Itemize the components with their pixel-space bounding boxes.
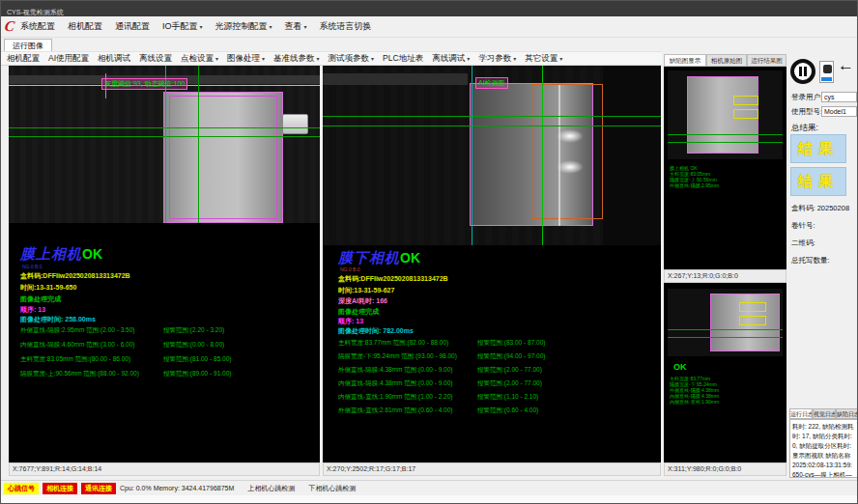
chevron-down-icon: ▾ [559,56,562,62]
preview-line: 外侧直线-隔膜:2.95mm [670,182,719,188]
tool-learn-params[interactable]: 学习参数▾ [478,53,516,65]
green-line-h2 [9,136,320,137]
measure-alarm: 报警范围:(2.00 - 77.00) [477,379,542,388]
middle-sequence: 顺序: 13 [338,317,363,326]
middle-process-done: 图像处理完成 [338,307,379,317]
tool-other-settings[interactable]: 其它设置▾ [525,53,562,65]
tool-offline-debug[interactable]: 离线调试▾ [432,53,470,65]
middle-coord-bar: X:270;Y:2502;R:17;G:17;B:17 [323,462,661,476]
menu-io-config[interactable]: IO手配置▾ [162,20,203,33]
green-line-v [542,66,543,245]
threshold-overlay-label: 灰度阈值:93, 动态阈值:100 [101,78,187,90]
yellow-annotation-box [733,109,758,119]
tool-offline-setting[interactable]: 离线设置 [139,53,172,65]
middle-camera-result: 膜下相机OK [338,249,420,267]
tool-test-params[interactable]: 测试项参数▾ [329,53,375,65]
yellow-annotation-box [733,96,758,105]
camera-view-button[interactable] [819,61,834,83]
chevron-down-icon: ▾ [467,56,470,62]
left-camera-result: 膜上相机OK [20,245,102,264]
left-camera-title: 膜上相机 [20,245,82,262]
tool-image-process[interactable]: 图像处理▾ [227,53,265,65]
menu-system-config[interactable]: 系统配置 [20,20,55,33]
left-process-time: 图像处理时间: 258.00ms [20,315,96,324]
chevron-down-icon: ▾ [371,56,374,62]
preview-tab-defect[interactable]: 缺陷图显示 [664,54,706,67]
chevron-down-icon: ▾ [270,24,272,30]
login-user-label: 登录用户: [791,93,822,102]
chevron-down-icon: ▾ [215,56,218,62]
menu-view[interactable]: 查看▾ [285,20,307,33]
measure-alarm: 报警范围:(81.00 - 85.00) [163,355,231,364]
total-result-label: 总结果: [791,123,818,134]
glow-spot-1 [557,129,584,143]
left-camera-ok: OK [82,246,102,262]
left-process-done: 图像处理完成 [20,294,61,304]
back-arrow-button[interactable]: ← [838,57,854,73]
green-line-h2 [323,126,661,126]
menu-camera-config[interactable]: 相机配置 [68,20,102,33]
ai-overlay-label: AI检测图 [475,77,508,89]
preview-tab-raw[interactable]: 相机原始图 [706,54,747,67]
preview-panel-bottom: OK 主料宽度:83.77mm 隔膜宽度-下:95.24mm 外侧直线-隔膜:4… [664,283,786,462]
log-tab-vision[interactable]: 视觉日志 [813,408,836,419]
lower-camera-heartbeat-text: 下相机心跳检测 [308,484,356,493]
tool-camera-debug[interactable]: 相机调试 [98,53,130,65]
left-camera-panel: 灰度阈值:93, 动态阈值:100 膜上相机OK NG:0 B:0 盒料码:DF… [9,66,320,462]
comm-connection-badge: 通讯连接 [81,483,116,494]
preview-image-top[interactable] [668,70,783,159]
tab-run-image[interactable]: 运行图像 [4,39,52,51]
preview-top-text: 膜上相机 OK 主料宽度:83.05mm 隔膜宽度-上:90.56mm 外侧直线… [670,165,719,188]
measure-value: 主料宽度:83.05mm 范围:(80.00 - 86.00) [20,355,130,364]
preview-image-bottom[interactable] [668,289,783,356]
camera-connection-badge: 相机连接 [43,483,77,494]
tray-barcode-value: 20250208 [817,204,849,212]
bright-edge-line [558,85,560,226]
menu-language-switch[interactable]: 系统语言切换 [320,20,372,33]
middle-barcode: 盒料码:DFFIiw2025020813313472B [338,274,448,284]
needle-label: 卷针号: [791,221,815,231]
login-user-field[interactable]: cys [821,92,857,102]
measure-value: 内侧直线-隔膜:4.38mm 范围:(0.00 - 9.00) [338,379,452,388]
model-field[interactable]: Model1 [821,106,857,117]
upper-camera-heartbeat-text: 上相机心跳检测 [247,484,295,493]
measure-alarm: 报警范围:(0.00 - 8.00) [163,341,224,350]
preview-tab-result[interactable]: 运行结果图 [747,54,786,67]
pause-icon [799,67,802,76]
left-coord-bar: X:7677;Y:891;R:14;G:14;B:14 [9,462,320,476]
app-window: CYS-视觉检测系统 C 系统配置 相机配置 通讯配置 IO手配置▾ 光源控制配… [0,0,858,504]
bottom-strip [1,495,858,504]
left-camera-subinfo: NG:0 B:0 [22,264,43,269]
menu-comm-config[interactable]: 通讯配置 [115,20,150,33]
measure-value: 主料宽度:83.77mm 范围:(82.00 - 88.00) [338,339,448,348]
green-line-v [198,66,199,223]
middle-camera-image[interactable]: AI检测图 [323,66,661,245]
left-time: 时间:13-31-59-650 [20,283,76,293]
tool-camera-config[interactable]: 相机配置 [7,53,40,65]
middle-ai-time: 深度AI耗时: 166 [338,296,387,306]
title-bar: CYS-视觉检测系统 [1,1,858,16]
yellow-annotation-box [739,302,766,312]
cpu-memory-text: Cpu: 0.0% Memory: 3424.41796875M [120,485,234,491]
glow-spot-2 [557,160,584,174]
tool-ai-config[interactable]: AI使用配置 [48,53,89,65]
tool-plc-table[interactable]: PLC地址表 [383,53,423,65]
chevron-down-icon: ▾ [317,56,320,62]
measure-value: 外侧直线-直线:2.61mm 范围:(0.60 - 4.00) [338,406,452,415]
middle-camera-ok: OK [400,250,420,266]
green-line-h2 [668,337,783,338]
machine-band [323,73,468,85]
log-textarea[interactable]: 耗时: 222, 缺陷检测耗时: 17, 缺陷分类耗时: 0, 缺陷提取分区耗时… [789,419,858,478]
left-camera-image[interactable]: 灰度阈值:93, 动态阈值:100 [9,66,320,223]
pause-icon [804,67,807,76]
menu-light-config[interactable]: 光源控制配置▾ [215,20,272,33]
middle-process-time: 图像处理时间: 782.00ms [338,326,414,336]
tab-strip: 运行图像 [1,38,858,51]
right-sidebar: ← 登录用户: cys 使用型号: Model1 总结果: 结果 结果 盒料码:… [788,51,858,497]
log-tab-defect[interactable]: 缺陷日志 [836,408,858,419]
pause-button[interactable] [790,59,815,84]
log-tab-run[interactable]: 运行日志 [789,408,813,419]
tool-spotcheck-setting[interactable]: 点检设置▾ [181,53,218,65]
tool-baseline-params[interactable]: 基准线参数▾ [273,53,320,65]
chevron-down-icon: ▾ [304,24,307,30]
